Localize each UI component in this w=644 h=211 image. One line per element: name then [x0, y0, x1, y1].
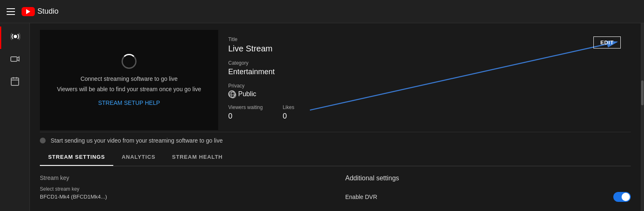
stream-key-value: BFCD1-Mk4 (BFCD1Mk4...) — [40, 194, 325, 200]
main-content: Connect streaming software to go live Vi… — [30, 23, 641, 211]
studio-text: Studio — [37, 7, 59, 16]
likes-label: Likes — [283, 104, 294, 110]
viewers-waiting-value: 0 — [228, 112, 263, 121]
settings-left: Stream key Select stream key BFCD1-Mk4 (… — [40, 175, 325, 205]
settings-right: Additional settings Enable DVR — [345, 175, 631, 205]
svg-rect-1 — [11, 57, 17, 61]
stream-setup-help-link[interactable]: STREAM SETUP HELP — [98, 99, 160, 106]
viewers-waiting-block: Viewers waiting 0 — [228, 104, 263, 121]
title-value: Live Stream — [228, 44, 621, 53]
tab-stream-health[interactable]: STREAM HEALTH — [164, 149, 231, 166]
svg-point-0 — [14, 35, 17, 38]
live-icon — [10, 32, 20, 44]
stream-area: Connect streaming software to go live Vi… — [40, 30, 631, 130]
dvr-label: Enable DVR — [345, 194, 377, 200]
globe-icon — [228, 90, 236, 98]
svg-rect-2 — [11, 78, 19, 85]
sidebar-item-camera[interactable] — [0, 49, 29, 71]
scrollbar[interactable] — [641, 23, 644, 211]
privacy-label: Privacy — [228, 83, 621, 89]
dvr-row: Enable DVR — [345, 189, 631, 205]
step-text: Start sending us your video from your st… — [51, 137, 223, 144]
stream-section: Connect streaming software to go live Vi… — [40, 30, 631, 211]
tab-analytics[interactable]: ANALYTICS — [113, 149, 163, 166]
sidebar-item-live[interactable] — [0, 27, 29, 49]
dvr-toggle[interactable] — [613, 192, 631, 202]
additional-settings-title: Additional settings — [345, 175, 631, 182]
privacy-value: Public — [228, 90, 621, 98]
category-label: Category — [228, 60, 621, 66]
stream-info: Title Live Stream Category Entertainment… — [218, 30, 631, 127]
yt-logo-icon — [22, 7, 35, 16]
video-preview: Connect streaming software to go live Vi… — [40, 30, 218, 130]
edit-button[interactable]: EDIT — [593, 36, 621, 49]
likes-value: 0 — [283, 112, 294, 121]
category-value: Entertainment — [228, 68, 621, 76]
stream-info-wrapper: Title Live Stream Category Entertainment… — [218, 30, 631, 130]
preview-text: Connect streaming software to go live Vi… — [57, 74, 201, 95]
sidebar-item-calendar[interactable] — [0, 71, 29, 94]
settings-content: Stream key Select stream key BFCD1-Mk4 (… — [40, 166, 631, 211]
camera-icon — [10, 54, 20, 66]
stream-key-section-title: Stream key — [40, 175, 325, 181]
viewers-waiting-label: Viewers waiting — [228, 104, 263, 110]
tab-stream-settings[interactable]: STREAM SETTINGS — [40, 149, 113, 166]
main-layout: Connect streaming software to go live Vi… — [0, 23, 644, 211]
youtube-logo: Studio — [22, 7, 59, 16]
topbar: Studio — [0, 0, 644, 23]
scrollbar-thumb[interactable] — [641, 80, 644, 105]
stream-key-select-label: Select stream key — [40, 186, 325, 192]
tabs-bar: STREAM SETTINGS ANALYTICS STREAM HEALTH — [40, 149, 631, 166]
title-label: Title — [228, 36, 621, 42]
sidebar — [0, 23, 30, 211]
loading-spinner — [122, 54, 137, 69]
step-indicator — [40, 138, 46, 143]
likes-block: Likes 0 — [283, 104, 294, 121]
hamburger-menu[interactable] — [7, 8, 15, 15]
calendar-icon — [10, 76, 20, 89]
step-row: Start sending us your video from your st… — [40, 132, 631, 149]
stats-row: Viewers waiting 0 Likes 0 — [228, 104, 621, 121]
